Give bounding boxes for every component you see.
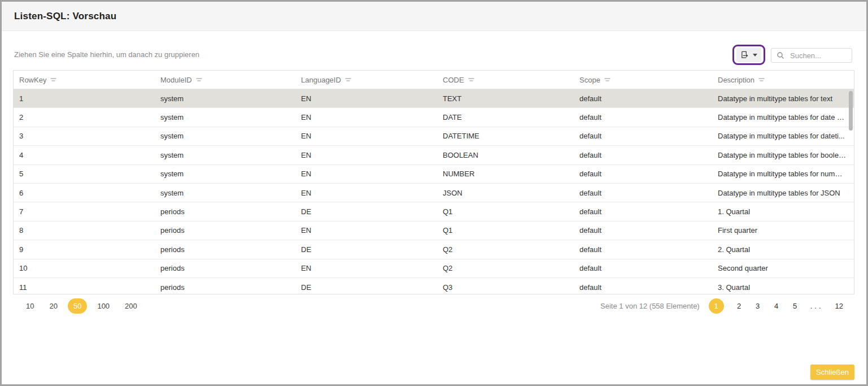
table-row[interactable]: 6systemENJSONdefaultDatatype in multityp… (14, 184, 854, 202)
page-number-4[interactable]: 4 (773, 302, 780, 310)
table-cell: 7 (14, 207, 155, 216)
table-cell: system (155, 151, 295, 159)
page-number-1[interactable]: 1 (709, 298, 724, 314)
table-cell: EN (295, 151, 437, 159)
column-header-scope[interactable]: Scope (574, 76, 712, 84)
table-cell: Q2 (437, 264, 574, 272)
table-cell: 8 (14, 226, 155, 235)
table-row[interactable]: 8periodsENQ1defaultFirst quarter (14, 222, 854, 240)
column-header-label: CODE (443, 76, 464, 84)
table-row[interactable]: 11periodsDEQ3default3. Quartal (14, 278, 854, 294)
page-number-3[interactable]: 3 (754, 302, 761, 310)
table-row[interactable]: 9periodsDEQ2default2. Quartal (14, 240, 854, 259)
table-cell: EN (295, 94, 437, 103)
page-number-list: 12345...12 (709, 298, 843, 314)
filter-icon[interactable] (468, 77, 474, 83)
table-cell: system (155, 132, 295, 140)
table-cell: First quarter (712, 226, 854, 235)
page-size-50[interactable]: 50 (68, 298, 87, 314)
grid-body: 1systemENTEXTdefaultDatatype in multityp… (14, 89, 854, 294)
page-size-100[interactable]: 100 (92, 300, 115, 313)
table-cell: DATE (437, 113, 574, 122)
table-cell: default (574, 264, 712, 272)
table-cell: DE (295, 245, 437, 254)
table-row[interactable]: 7periodsDEQ1default1. Quartal (14, 202, 854, 221)
column-header-label: Scope (579, 76, 600, 84)
table-row[interactable]: 10periodsENQ2defaultSecond quarter (14, 259, 854, 278)
filter-icon[interactable] (758, 77, 765, 83)
page-number-12[interactable]: 12 (835, 302, 843, 310)
table-cell: Datatype in multitype tables for numbe..… (712, 170, 854, 178)
column-header-label: LanguageID (301, 76, 341, 84)
table-cell: DATETIME (437, 132, 574, 140)
table-cell: 4 (14, 151, 155, 159)
table-cell: 6 (14, 189, 155, 197)
table-cell: periods (155, 226, 295, 235)
page-size-10[interactable]: 10 (21, 300, 39, 313)
table-cell: 2 (14, 113, 155, 122)
table-row[interactable]: 3systemENDATETIMEdefaultDatatype in mult… (14, 127, 854, 146)
table-cell: default (574, 151, 712, 159)
table-row[interactable]: 5systemENNUMBERdefaultDatatype in multit… (14, 165, 854, 184)
column-header-moduleid[interactable]: ModuleID (155, 76, 295, 84)
table-cell: system (155, 94, 295, 103)
table-cell: 11 (14, 283, 155, 292)
table-cell: 9 (14, 245, 155, 254)
table-cell: periods (155, 264, 295, 272)
page-number-2[interactable]: 2 (736, 302, 743, 310)
page-ellipsis: ... (810, 302, 823, 310)
table-cell: EN (295, 189, 437, 197)
table-cell: default (574, 94, 712, 103)
table-cell: default (574, 245, 712, 254)
column-header-label: RowKey (19, 76, 46, 84)
table-cell: NUMBER (437, 170, 574, 178)
table-cell: 2. Quartal (712, 245, 854, 254)
vertical-scrollbar[interactable] (849, 91, 853, 131)
dialog-window: Listen-SQL: Vorschau Ziehen Sie eine Spa… (0, 0, 868, 386)
table-cell: Datatype in multitype tables for text (712, 94, 854, 103)
table-cell: default (574, 189, 712, 197)
column-header-code[interactable]: CODE (437, 76, 574, 84)
export-button[interactable] (736, 47, 761, 62)
chevron-down-icon (753, 54, 757, 57)
table-cell: periods (155, 283, 295, 292)
search-input[interactable] (789, 51, 848, 60)
table-cell: 3 (14, 132, 155, 140)
table-cell: periods (155, 245, 295, 254)
table-cell: default (574, 170, 712, 178)
pager-right: Seite 1 von 12 (558 Elemente) 12345...12 (600, 298, 843, 314)
column-header-rowkey[interactable]: RowKey (14, 76, 155, 84)
table-cell: BOOLEAN (437, 151, 574, 159)
column-header-label: Description (718, 76, 754, 84)
table-cell: EN (295, 264, 437, 272)
column-header-description[interactable]: Description (712, 76, 854, 84)
table-cell: TEXT (437, 94, 574, 103)
filter-icon[interactable] (345, 77, 351, 83)
title-bar: Listen-SQL: Vorschau (2, 2, 866, 31)
pager-bar: 102050100200 Seite 1 von 12 (558 Element… (13, 297, 854, 314)
table-row[interactable]: 4systemENBOOLEANdefaultDatatype in multi… (14, 146, 854, 164)
page-number-5[interactable]: 5 (792, 302, 799, 310)
table-cell: Datatype in multitype tables for JSON (712, 189, 854, 197)
page-size-200[interactable]: 200 (120, 300, 142, 313)
column-header-languageid[interactable]: LanguageID (295, 76, 437, 84)
table-cell: JSON (437, 189, 574, 197)
table-row[interactable]: 2systemENDATEdefaultDatatype in multityp… (14, 108, 854, 127)
filter-icon[interactable] (604, 77, 610, 83)
filter-icon[interactable] (196, 77, 202, 83)
filter-icon[interactable] (50, 77, 56, 83)
table-cell: DE (295, 207, 437, 216)
page-size-20[interactable]: 20 (44, 300, 62, 313)
table-cell: system (155, 189, 295, 197)
table-cell: 1. Quartal (712, 207, 854, 216)
table-cell: EN (295, 226, 437, 235)
export-document-icon (740, 51, 749, 59)
table-row[interactable]: 1systemENTEXTdefaultDatatype in multityp… (14, 89, 854, 108)
table-cell: default (574, 207, 712, 216)
table-cell: default (574, 132, 712, 140)
page-size-selector: 102050100200 (21, 298, 142, 314)
table-cell: Q1 (437, 226, 574, 235)
table-cell: Datatype in multitype tables for date v.… (712, 113, 854, 122)
table-cell: Q1 (437, 207, 574, 216)
close-button[interactable]: Schließen (810, 365, 854, 380)
